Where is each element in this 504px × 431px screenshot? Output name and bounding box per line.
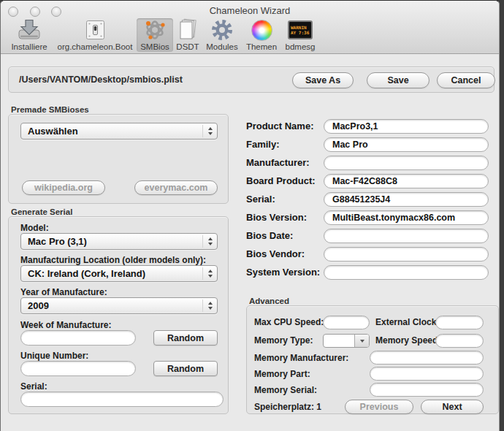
memory-manufacturer-input[interactable]	[370, 351, 484, 365]
app-window: Chameleon Wizard Installiere	[0, 0, 500, 431]
memory-manufacturer-label: Memory Manufacturer:	[254, 353, 348, 363]
model-label: Model:	[20, 223, 49, 233]
external-clock-label: External Clock:	[375, 317, 439, 327]
bios-version-input[interactable]	[324, 210, 489, 225]
save-as-button[interactable]: Save As	[292, 72, 354, 88]
week-label: Week of Manufacture:	[20, 320, 111, 330]
toolbar-item-dsdt[interactable]: DSDT	[175, 18, 201, 52]
advanced-group: Max CPU Speed: External Clock: Memory Ty…	[246, 305, 499, 414]
bios-date-input[interactable]	[324, 229, 489, 243]
generate-group: Model: Mac Pro (3,1) Manufacturing Locat…	[8, 216, 229, 414]
week-random-button[interactable]: Random	[153, 330, 218, 346]
serial-label: Serial:	[20, 381, 47, 392]
model-dropdown[interactable]: Mac Pro (3,1)	[20, 233, 218, 250]
memory-type-combo[interactable]	[323, 334, 370, 348]
stepper-arrows-icon	[208, 298, 213, 313]
toolbar-item-modules[interactable]: Modules	[202, 18, 242, 52]
color-wheel-icon	[251, 18, 272, 42]
field-label: System Version:	[246, 267, 320, 278]
max-cpu-input[interactable]	[323, 316, 370, 329]
slot-label: Speicherplatz: 1	[254, 402, 321, 412]
field-label: Bios Version:	[246, 212, 307, 223]
smbios-knot-icon	[142, 18, 167, 42]
toolbar-item-bdmesg[interactable]: WARNIN AY 7:36 bdmesg	[281, 18, 319, 52]
everymac-button[interactable]: everymac.com	[134, 180, 218, 195]
memory-speed-label: Memory Speed:	[375, 335, 440, 346]
product-name-input[interactable]	[324, 119, 489, 134]
toolbar-label-smbios: SMBios	[140, 42, 169, 51]
toolbar-item-smbios[interactable]: SMBios	[137, 18, 173, 52]
field-label: Family:	[246, 139, 280, 150]
toolbar-label-themen: Themen	[246, 42, 277, 51]
external-clock-input[interactable]	[435, 316, 484, 329]
file-path: /Users/VANTOM/Desktop/smbios.plist	[19, 75, 183, 85]
manufacturer-input[interactable]	[324, 156, 489, 170]
field-label: Serial:	[246, 194, 275, 205]
unique-random-button[interactable]: Random	[153, 361, 218, 376]
premade-group: Auswählen wikipedia.org everymac.com	[8, 114, 229, 204]
stepper-arrows-icon	[208, 234, 213, 249]
generate-section-label: Generate Serial	[11, 207, 72, 216]
advanced-section-label: Advanced	[249, 297, 289, 305]
board-product-input[interactable]	[324, 174, 489, 188]
family-input[interactable]	[324, 137, 489, 152]
unique-number-input[interactable]	[20, 361, 136, 376]
field-label: Product Name:	[246, 121, 313, 131]
system-version-input[interactable]	[324, 265, 489, 280]
field-label: Board Product:	[246, 175, 316, 186]
memory-serial-label: Memory Serial:	[254, 385, 317, 395]
week-input[interactable]	[20, 330, 136, 346]
toolbar-item-themen[interactable]: Themen	[243, 18, 280, 52]
toolbar-item-org-chameleon-boot[interactable]: org.chameleon.Boot	[55, 18, 135, 52]
combo-dropdown-icon	[354, 335, 369, 347]
memory-type-label: Memory Type:	[254, 335, 313, 346]
boot-switch-icon	[84, 18, 106, 42]
year-label: Year of Manufacture:	[20, 287, 107, 297]
bios-vendor-input[interactable]	[324, 247, 489, 262]
premade-dropdown-value: Auswählen	[28, 126, 78, 137]
wikipedia-button[interactable]: wikipedia.org	[22, 180, 105, 195]
stepper-arrows-icon	[208, 266, 213, 281]
memory-serial-input[interactable]	[370, 383, 484, 397]
premade-section-label: Premade SMBioses	[11, 105, 89, 114]
memory-part-input[interactable]	[370, 367, 484, 381]
title-bar: Chameleon Wizard Installiere	[1, 1, 499, 54]
serial-field-input[interactable]	[324, 192, 489, 207]
location-dropdown[interactable]: CK: Ireland (Cork, Ireland)	[20, 265, 218, 282]
memory-speed-input[interactable]	[435, 334, 484, 348]
cancel-button[interactable]: Cancel	[437, 72, 495, 88]
memory-part-label: Memory Part:	[254, 369, 310, 379]
previous-button[interactable]: Previous	[345, 400, 413, 414]
toolbar-label-bdmesg: bdmesg	[286, 42, 316, 51]
premade-dropdown[interactable]: Auswählen	[20, 123, 218, 140]
unique-label: Unique Number:	[20, 351, 88, 361]
toolbar-label-modules: Modules	[206, 42, 237, 51]
install-drive-icon	[16, 18, 42, 42]
field-label: Manufacturer:	[246, 157, 310, 168]
window-title: Chameleon Wizard	[1, 5, 499, 16]
toolbar-label-dsdt: DSDT	[176, 42, 199, 51]
serial-input[interactable]	[20, 392, 224, 407]
next-button[interactable]: Next	[421, 400, 484, 414]
year-dropdown[interactable]: 2009	[20, 297, 218, 314]
field-label: Bios Date:	[246, 230, 293, 241]
location-label: Manufacturing Location (older models onl…	[20, 255, 206, 265]
dsdt-documents-icon	[177, 18, 199, 42]
stepper-arrows-icon	[208, 123, 213, 139]
warning-screen-icon: WARNIN AY 7:36	[288, 18, 313, 42]
field-label: Bios Vendor:	[246, 248, 305, 259]
toolbar-label-installiere: Installiere	[11, 42, 47, 51]
toolbar-label-boot: org.chameleon.Boot	[58, 42, 133, 51]
file-bar: /Users/VANTOM/Desktop/smbios.plist Save …	[8, 66, 495, 93]
max-cpu-label: Max CPU Speed:	[254, 317, 324, 327]
gear-icon	[210, 18, 234, 42]
save-button[interactable]: Save	[367, 72, 429, 88]
toolbar-item-installiere[interactable]: Installiere	[5, 18, 53, 52]
